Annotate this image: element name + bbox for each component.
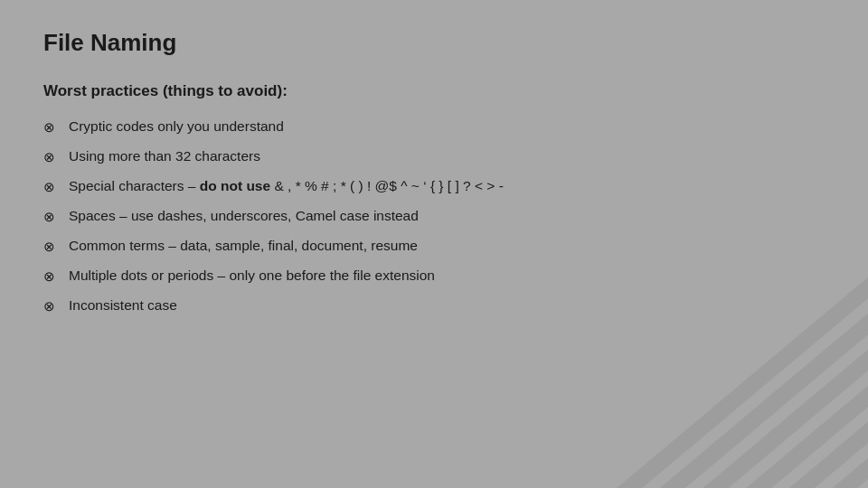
list-item: ⊗ Special characters – do not use & , * … [43, 176, 825, 196]
bullet-icon: ⊗ [43, 296, 60, 315]
bullet-icon: ⊗ [43, 147, 60, 166]
list-item: ⊗ Multiple dots or periods – only one be… [43, 266, 825, 286]
bold-text: do not use [200, 178, 270, 193]
subtitle: Worst practices (things to avoid): [43, 82, 825, 100]
bullet-icon: ⊗ [43, 267, 60, 286]
bullet-text: Multiple dots or periods – only one befo… [69, 266, 435, 286]
bullet-icon: ⊗ [43, 207, 60, 226]
page-title: File Naming [43, 29, 825, 57]
bullet-text: Common terms – data, sample, final, docu… [69, 236, 418, 256]
bullet-text: Inconsistent case [69, 296, 177, 315]
slide-content: File Naming Worst practices (things to a… [0, 0, 868, 354]
list-item: ⊗ Spaces – use dashes, underscores, Came… [43, 206, 825, 226]
bullet-text: Spaces – use dashes, underscores, Camel … [69, 206, 419, 226]
bullet-text: Special characters – do not use & , * % … [69, 176, 504, 196]
list-item: ⊗ Common terms – data, sample, final, do… [43, 236, 825, 256]
bullet-icon: ⊗ [43, 117, 60, 136]
bullet-text: Cryptic codes only you understand [69, 117, 284, 136]
bullet-icon: ⊗ [43, 237, 60, 256]
list-item: ⊗ Cryptic codes only you understand [43, 117, 825, 136]
list-item: ⊗ Using more than 32 characters [43, 146, 825, 166]
bullet-list: ⊗ Cryptic codes only you understand ⊗ Us… [43, 117, 825, 315]
bullet-text: Using more than 32 characters [69, 146, 260, 166]
list-item: ⊗ Inconsistent case [43, 296, 825, 315]
bullet-icon: ⊗ [43, 177, 60, 196]
